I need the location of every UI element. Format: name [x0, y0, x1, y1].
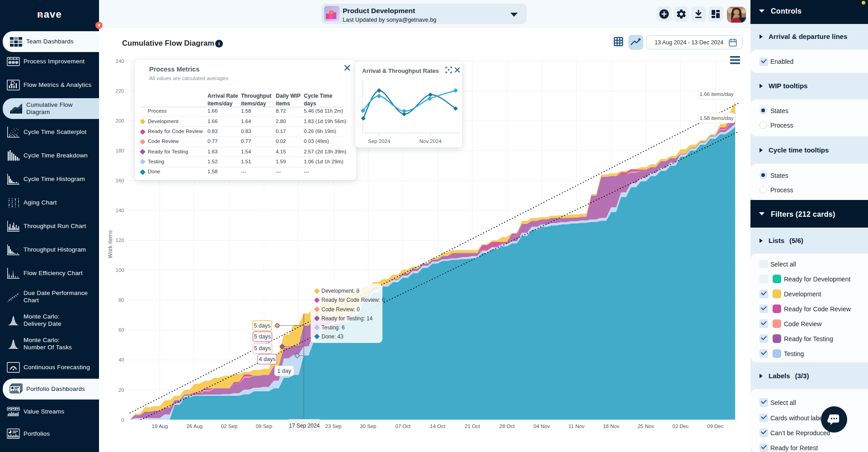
svg-text:Code Review: 0: Code Review: 0 [321, 306, 360, 313]
svg-text:14 Oct: 14 Oct [430, 423, 446, 429]
svg-text:4 days: 4 days [259, 356, 276, 362]
svg-text:Ready for Code Review: 0: Ready for Code Review: 0 [321, 297, 385, 303]
svg-text:140: 140 [116, 208, 124, 213]
svg-text:Development: 8: Development: 8 [321, 288, 359, 294]
svg-text:0: 0 [121, 417, 124, 423]
svg-text:09 Dec: 09 Dec [707, 423, 724, 429]
svg-text:200: 200 [116, 118, 124, 124]
svg-text:Testing: 6: Testing: 6 [321, 324, 345, 331]
svg-text:120: 120 [116, 238, 124, 243]
svg-text:09 Sep: 09 Sep [256, 423, 272, 429]
svg-text:26 Aug: 26 Aug [186, 423, 203, 429]
svg-text:240: 240 [116, 58, 124, 64]
svg-text:100: 100 [116, 267, 124, 273]
svg-text:Nov 2024: Nov 2024 [419, 138, 442, 144]
svg-text:40: 40 [118, 357, 124, 362]
svg-text:23 Sep: 23 Sep [325, 423, 341, 429]
svg-text:5 days: 5 days [254, 323, 271, 329]
svg-text:1.58 items/day: 1.58 items/day [700, 115, 734, 121]
svg-text:30 Sep: 30 Sep [360, 423, 376, 429]
svg-text:1.66 items/day: 1.66 items/day [700, 91, 734, 97]
svg-text:18 Nov: 18 Nov [603, 423, 620, 429]
svg-text:180: 180 [116, 148, 124, 153]
svg-text:20: 20 [118, 387, 124, 393]
svg-text:5 days: 5 days [254, 345, 271, 352]
svg-text:21 Oct: 21 Oct [465, 423, 481, 429]
svg-text:Work items: Work items [107, 230, 113, 258]
svg-text:220: 220 [116, 88, 124, 94]
svg-text:25 Nov: 25 Nov [637, 423, 654, 429]
svg-text:160: 160 [116, 178, 124, 183]
svg-text:Ready for Testing: 14: Ready for Testing: 14 [321, 315, 373, 322]
svg-text:17 Sep 2024: 17 Sep 2024 [289, 423, 320, 429]
svg-text:Done: 43: Done: 43 [321, 333, 344, 340]
svg-text:19 Aug: 19 Aug [152, 423, 168, 429]
svg-text:60: 60 [118, 327, 124, 333]
svg-text:Sep 2024: Sep 2024 [368, 138, 391, 144]
svg-text:28 Oct: 28 Oct [500, 423, 515, 429]
svg-text:04 Nov: 04 Nov [533, 423, 550, 429]
svg-text:5 days: 5 days [254, 333, 271, 340]
svg-text:1 day: 1 day [277, 368, 291, 374]
svg-text:02 Sep: 02 Sep [221, 423, 237, 429]
svg-text:02 Dec: 02 Dec [672, 423, 689, 429]
svg-text:07 Oct: 07 Oct [395, 423, 411, 429]
svg-text:11 Nov: 11 Nov [568, 423, 585, 429]
svg-text:80: 80 [118, 297, 124, 303]
